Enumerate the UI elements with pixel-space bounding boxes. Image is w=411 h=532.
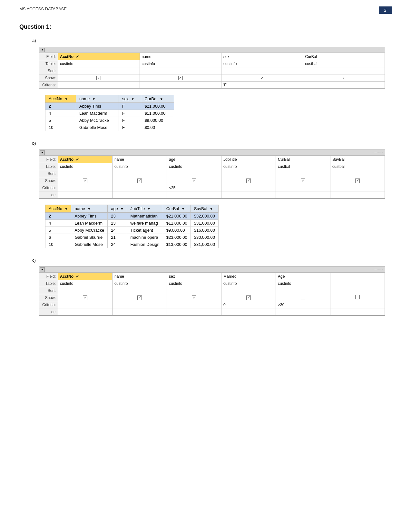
show-acctno-a[interactable]	[58, 74, 140, 82]
checkbox-5-c[interactable]	[301, 295, 305, 299]
show-empty-c[interactable]	[330, 294, 385, 301]
checkbox-2-c[interactable]	[137, 295, 142, 300]
cell-savbal: $31,000.00	[191, 220, 218, 227]
show-acctno-b[interactable]	[58, 177, 113, 184]
sort-col6-b	[330, 170, 385, 177]
cell-acctno: 4	[45, 110, 76, 117]
qbe-panel-c: ◄ ·········· Field: AcctNo ✓ name sex Ma…	[39, 266, 385, 316]
or-6-b	[330, 191, 385, 198]
row-label-or-c: or:	[39, 308, 58, 315]
show-age-c[interactable]	[276, 294, 330, 301]
cell-acctno: 4	[45, 220, 71, 227]
section-b: b) ◄ ·········· Field: AcctNo ✓ name age…	[19, 141, 392, 248]
th-curbal-a: CurBal ▼	[141, 95, 174, 103]
crit-2-c	[113, 301, 167, 308]
section-c-label: c)	[32, 258, 392, 263]
table-name-b: custinfo	[113, 163, 167, 170]
cell-acctno: 6	[45, 234, 71, 241]
th-acctno-a: AcctNo ▼	[45, 95, 76, 103]
sort-col3-b	[167, 170, 221, 177]
show-sav-b[interactable]	[330, 177, 385, 184]
qbe-panel-b: ◄ ·········· Field: AcctNo ✓ name age Jo…	[39, 150, 385, 199]
checkbox-sex-a[interactable]	[260, 76, 264, 80]
sort-6-c	[330, 287, 385, 294]
criteria-curbal-a	[303, 82, 385, 89]
field-jobtitle-b: JobTitle	[221, 156, 276, 163]
checkbox-6-b[interactable]	[355, 179, 360, 183]
qbe-grid-b: Field: AcctNo ✓ name age JobTitle CurBal…	[39, 156, 385, 198]
field-name-c: name	[113, 273, 167, 280]
show-sex-a[interactable]	[221, 74, 303, 82]
or-2-b	[113, 191, 167, 198]
scroll-left-btn-a[interactable]: ◄	[40, 48, 45, 52]
cell-curbal: $21,000.00	[163, 213, 191, 220]
cell-job: machine opera	[127, 234, 163, 241]
field-acctno-b: AcctNo ✓	[58, 156, 113, 163]
checkbox-curbal-a[interactable]	[342, 76, 346, 80]
crit-5-b	[276, 184, 330, 191]
or-3-c	[167, 308, 221, 315]
criteria-sex-a: 'F'	[221, 82, 303, 89]
section-a-label: a)	[32, 38, 392, 43]
cell-curbal: $21,000.00	[141, 103, 174, 110]
qp-top-bar-b: ◄ ··········	[39, 150, 385, 156]
question-title: Question 1:	[19, 24, 392, 30]
show-married-c[interactable]	[221, 294, 276, 301]
checkbox-4-b[interactable]	[246, 179, 251, 183]
page-title: MS ACCESS DATABASE	[19, 6, 67, 11]
show-name-c[interactable]	[113, 294, 167, 301]
field-sex-a: sex	[221, 53, 303, 60]
scroll-left-btn-c[interactable]: ◄	[40, 267, 45, 272]
cell-sex: F	[119, 103, 141, 110]
show-name-a[interactable]	[140, 74, 221, 82]
table-row: 5 Abby McCracke 24 Ticket agent $9,000.0…	[45, 227, 219, 234]
section-a: a) ◄ ·········· Field: AcctNo ✓ name sex…	[19, 38, 392, 131]
checkbox-3-b[interactable]	[192, 179, 196, 183]
crit-4-c: 0	[221, 301, 276, 308]
show-curbal-a[interactable]	[303, 74, 385, 82]
sort-5-c	[276, 287, 330, 294]
cell-age: 21	[108, 234, 127, 241]
qbe-row-field-c: Field: AcctNo ✓ name sex Married Age	[39, 273, 385, 280]
checkbox-4-c[interactable]	[246, 295, 251, 300]
or-5-b	[276, 191, 330, 198]
checkbox-name-a[interactable]	[178, 76, 183, 80]
checkbox-1-c[interactable]	[83, 295, 87, 300]
scroll-left-btn-b[interactable]: ◄	[40, 150, 45, 155]
checkbox-acctno-a[interactable]	[96, 76, 101, 80]
row-label-table-c: Table:	[39, 280, 58, 287]
checkbox-2-b[interactable]	[137, 179, 142, 183]
results-a: AcctNo ▼ name ▼ sex ▼ CurBal ▼ 2 Abbey T…	[45, 95, 385, 131]
cell-name: Abby McCracke	[71, 227, 108, 234]
checkbox-5-b[interactable]	[301, 179, 305, 183]
row-label-criteria-a: Criteria:	[39, 82, 58, 89]
cell-age: 24	[108, 227, 127, 234]
dots-c: ··········	[373, 268, 384, 271]
crit-3-b: <25	[167, 184, 221, 191]
table-empty-c	[330, 280, 385, 287]
show-acctno-c[interactable]	[58, 294, 113, 301]
field-savbal-b: SavBal	[330, 156, 385, 163]
show-age-b[interactable]	[167, 177, 221, 184]
field-name-a: name	[140, 53, 221, 60]
checkbox-1-b[interactable]	[83, 179, 87, 183]
cell-curbal: $13,000.00	[163, 241, 191, 248]
show-name-b[interactable]	[113, 177, 167, 184]
field-age-c: Age	[276, 273, 330, 280]
show-cur-b[interactable]	[276, 177, 330, 184]
or-1-b	[58, 191, 113, 198]
crit-6-c	[330, 301, 385, 308]
checkbox-6-c[interactable]	[355, 295, 360, 299]
table-acctno-a: custinfo	[58, 60, 140, 67]
cell-name: Gabriel Skurrie	[71, 234, 108, 241]
checkbox-3-c[interactable]	[192, 295, 196, 300]
show-sex-c[interactable]	[167, 294, 221, 301]
crit-5-c: >30	[276, 301, 330, 308]
sort-4-c	[221, 287, 276, 294]
section-b-label: b)	[32, 141, 392, 146]
results-table-b: AcctNo ▼ name ▼ age ▼ JobTitle ▼ CurBal …	[45, 205, 219, 248]
cell-name: Gabrielle Mose	[76, 124, 119, 131]
th-age-b: age ▼	[108, 205, 127, 213]
show-job-b[interactable]	[221, 177, 276, 184]
qbe-row-sort-b: Sort:	[39, 170, 385, 177]
